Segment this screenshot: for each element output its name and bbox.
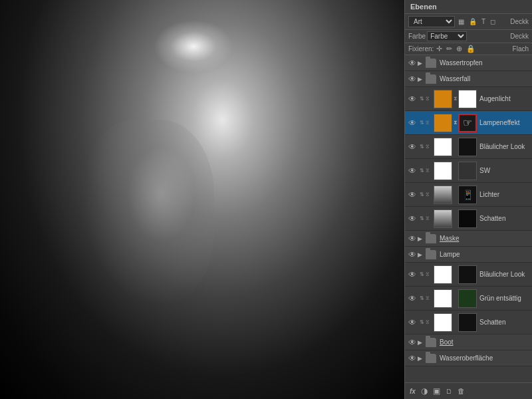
eye-icon[interactable]: 👁 — [407, 94, 418, 104]
fx-button[interactable]: fx — [408, 386, 417, 396]
eye-icon[interactable]: 👁 — [407, 142, 418, 152]
fill-label: Farbe — [408, 33, 426, 40]
adjustment-button[interactable]: ◑ — [420, 385, 429, 397]
chain-icon[interactable]: ⇅ — [418, 269, 426, 280]
layer-name: Lichter — [477, 191, 530, 198]
layer-name: Grün entsättig — [477, 295, 530, 302]
expand-arrow[interactable]: ▶ — [418, 76, 424, 82]
shape-icon: ◻ — [489, 17, 497, 26]
expand-arrow[interactable]: ▶ — [418, 251, 424, 258]
blend-mode-row: Art Normal ▦ 🔒 T ◻ Deckk — [405, 14, 532, 30]
blend-mode-select[interactable]: Art Normal — [408, 16, 455, 27]
layer-row[interactable]: 👁 ▶ Wasseroberfläche — [405, 350, 532, 366]
opacity-label: Deckk — [510, 18, 529, 25]
eye-icon[interactable]: 👁 — [407, 74, 418, 84]
fix-label: Fixieren: — [408, 45, 434, 53]
eye-icon[interactable]: 👁 — [407, 166, 418, 176]
layer-mask[interactable] — [458, 90, 477, 108]
new-layer-button[interactable]: 🗋 — [444, 386, 454, 396]
layer-mask[interactable] — [458, 313, 477, 332]
opacity-right-label: Deckk — [510, 33, 529, 40]
layer-mask[interactable]: 📱 — [458, 186, 477, 204]
expand-arrow[interactable]: ▶ — [418, 60, 424, 66]
fill-row: Farbe Farbe Deckk — [405, 30, 532, 43]
layer-name: Wasseroberfläche — [438, 354, 530, 362]
expand-arrow[interactable]: ▶ — [418, 235, 424, 242]
folder-icon — [426, 354, 436, 363]
layer-mask[interactable] — [458, 138, 477, 156]
layer-name: Lampe — [438, 251, 530, 258]
fix-transform-icon[interactable]: ⊕ — [455, 45, 464, 53]
chain-icon[interactable]: ⇅ — [418, 142, 426, 152]
panel-header: Ebenen — [405, 0, 532, 14]
layer-row[interactable]: 👁 ▶ Wassertropfen — [405, 55, 532, 71]
layer-name: SW — [477, 167, 530, 174]
chain-icon[interactable]: ⇅ — [418, 213, 426, 224]
layer-row[interactable]: 👁 ⇅ ⧖ Grün entsättig — [405, 287, 532, 311]
fix-lock-icon[interactable]: 🔒 — [465, 45, 477, 53]
group-button[interactable]: ▣ — [432, 385, 442, 397]
layer-mask[interactable] — [458, 265, 477, 284]
fill-select[interactable]: Farbe — [427, 31, 467, 41]
layer-thumbnail — [434, 162, 452, 180]
layer-thumbnail — [434, 313, 452, 332]
eye-icon[interactable]: 👁 — [407, 249, 418, 260]
chain-icon[interactable]: ⇅ — [418, 94, 426, 104]
layers-list[interactable]: 👁 ▶ Wassertropfen 👁 ▶ Wasserfall 👁 ⇅ ⧖ ⧗… — [405, 55, 532, 382]
link-icon: ⧖ — [426, 96, 432, 102]
layer-mask-selected[interactable]: ☞ — [458, 114, 477, 132]
eye-icon[interactable]: 👁 — [407, 233, 418, 244]
folder-icon — [426, 338, 436, 347]
eye-icon[interactable]: 👁 — [407, 293, 418, 304]
chain-icon[interactable]: ⇅ — [418, 293, 426, 304]
canvas-image — [0, 0, 404, 399]
layer-row[interactable]: 👁 ⇅ ⧖ ⧗ ☞ Lampeneffekt — [405, 111, 532, 135]
layer-name: Augenlicht — [477, 95, 530, 102]
layer-row[interactable]: 👁 ▶ Maske — [405, 231, 532, 247]
chain-icon[interactable]: ⇅ — [418, 317, 426, 328]
folder-icon — [426, 250, 436, 259]
layer-name: Boot — [438, 338, 530, 346]
fix-move-icon[interactable]: ✛ — [435, 45, 444, 53]
fix-row: Fixieren: ✛ ✏ ⊕ 🔒 Flach — [405, 43, 532, 55]
fix-brush-icon[interactable]: ✏ — [445, 45, 454, 53]
layer-row[interactable]: 👁 ⇅ ⧖ SW — [405, 159, 532, 183]
eye-icon[interactable]: 👁 — [407, 190, 418, 200]
layer-mask[interactable] — [458, 289, 477, 308]
layer-row[interactable]: 👁 ⇅ ⧖ Bläulicher Look — [405, 135, 532, 159]
layer-row[interactable]: 👁 ▶ Boot — [405, 334, 532, 350]
layer-thumbnail — [434, 138, 452, 156]
layer-row[interactable]: 👁 ▶ Wasserfall — [405, 71, 532, 87]
layer-thumbnail — [434, 90, 452, 108]
link-icon: ⧖ — [426, 271, 432, 278]
link-icon: ⧖ — [426, 168, 432, 174]
eye-icon[interactable]: 👁 — [407, 337, 418, 348]
eye-icon[interactable]: 👁 — [407, 58, 418, 68]
layer-row[interactable]: 👁 ▶ Lampe — [405, 247, 532, 263]
eye-icon[interactable]: 👁 — [407, 269, 418, 280]
channel-icon: ▦ — [457, 17, 466, 26]
link-icon: ⧖ — [426, 295, 432, 302]
expand-arrow[interactable]: ▶ — [418, 355, 424, 362]
layer-thumbnail — [434, 265, 452, 284]
chain-icon[interactable]: ⇅ — [418, 166, 426, 176]
eye-icon[interactable]: 👁 — [407, 118, 418, 128]
layer-mask[interactable] — [458, 209, 477, 228]
chain-icon[interactable]: ⇅ — [418, 190, 426, 200]
eye-icon[interactable]: 👁 — [407, 317, 418, 328]
layer-mask[interactable] — [458, 162, 477, 180]
delete-button[interactable]: 🗑 — [456, 386, 466, 396]
layer-row[interactable]: 👁 ⇅ ⧖ ⧗ Augenlicht — [405, 87, 532, 111]
lock-icon: 🔒 — [467, 17, 478, 26]
chain-icon[interactable]: ⇅ — [418, 118, 426, 128]
eye-icon[interactable]: 👁 — [407, 213, 418, 224]
eye-icon[interactable]: 👁 — [407, 353, 418, 364]
layer-row[interactable]: 👁 ⇅ ⧖ 📱 Lichter — [405, 183, 532, 207]
layer-row[interactable]: 👁 ⇅ ⧖ Schatten — [405, 311, 532, 334]
folder-icon — [426, 234, 436, 243]
layer-row[interactable]: 👁 ⇅ ⧖ Schatten — [405, 207, 532, 231]
expand-arrow[interactable]: ▶ — [418, 339, 424, 346]
layer-name: Schatten — [477, 319, 530, 326]
layer-row[interactable]: 👁 ⇅ ⧖ Bläulicher Look — [405, 263, 532, 287]
link-icon: ⧖ — [426, 120, 432, 126]
